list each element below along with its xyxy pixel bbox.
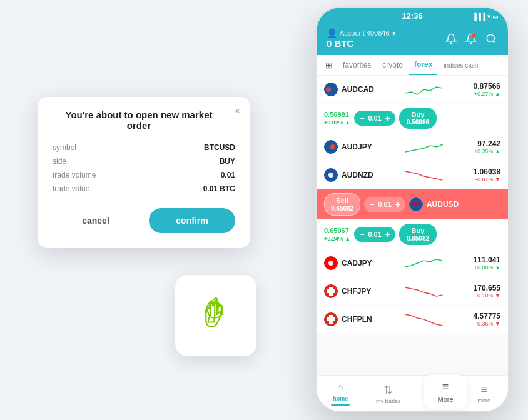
- sparkline-audcad: [378, 81, 470, 98]
- trade-row-audusd-buy: 0.65067+0.24% ▲ − 0.01 + Buy0.65082: [317, 220, 508, 249]
- nav-my-trades[interactable]: ⇅ my trades: [365, 379, 413, 408]
- sparkline-chfpln: [378, 311, 470, 328]
- symbol-value: BTCUSD: [204, 143, 235, 152]
- tab-indices[interactable]: indices cash: [439, 57, 483, 74]
- market-order-modal: × You're about to open new market order …: [38, 97, 250, 248]
- market-list: AUDCAD 0.87566 +0.27% ▲ 0.56981+0.92% ▲ …: [317, 76, 508, 379]
- header-left: 👤 Account 400846 ▾ 0 BTC: [327, 28, 396, 49]
- more-nav-icon: ≡: [480, 383, 487, 396]
- alert-icon[interactable]: [444, 32, 458, 46]
- price-audjpy: 97.242 +0.35% ▲: [474, 139, 500, 154]
- tab-forex[interactable]: forex: [409, 55, 437, 75]
- home-icon: ⌂: [337, 381, 344, 394]
- chevron-icon: ▾: [392, 29, 396, 38]
- volume-value: 0.01: [221, 171, 235, 179]
- wifi-icon: ▾: [487, 12, 490, 19]
- modal-row-symbol: symbol BTCUSD: [53, 143, 235, 152]
- nav-trades-label: my trades: [376, 398, 401, 404]
- price-audcad: 0.87566 +0.27% ▲: [474, 82, 500, 97]
- price-chfjpy: 170.655 -0.10% ▼: [474, 284, 500, 299]
- search-icon[interactable]: [484, 32, 498, 46]
- nav-more-label: more: [477, 398, 490, 404]
- price-audnzd: 1.06038 -0.07% ▼: [474, 168, 500, 182]
- signal-icon: ▐▐▐: [472, 12, 485, 19]
- flag-audusd: [409, 198, 423, 211]
- price-chfpln: 4.57775 -0.36% ▼: [474, 312, 500, 327]
- buy-button-audcad[interactable]: Buy0.56996: [399, 108, 437, 129]
- market-row-chfpln[interactable]: CHFPLN 4.57775 -0.36% ▼: [317, 306, 508, 333]
- flag-chfpln: [324, 312, 338, 326]
- more-label: More: [437, 396, 453, 403]
- pair-audcad: AUDCAD: [342, 85, 374, 94]
- qty-control-1[interactable]: − 0.01 +: [354, 111, 395, 126]
- minus-icon-1[interactable]: −: [359, 113, 364, 123]
- modal-close-button[interactable]: ×: [235, 106, 240, 117]
- symbol-label: symbol: [53, 143, 76, 152]
- tab-crypto[interactable]: crypto: [377, 56, 408, 74]
- nav-active-indicator: [331, 404, 350, 406]
- qty-control-2[interactable]: − 0.01 +: [354, 227, 395, 242]
- price-cadjpy: 111.041 +0.08% ▲: [474, 256, 500, 271]
- qty-value-1: 0.01: [368, 114, 381, 122]
- pair-audusd: AUDUSD: [427, 200, 459, 209]
- svg-rect-17: [327, 318, 335, 321]
- account-row[interactable]: 👤 Account 400846 ▾: [327, 28, 396, 38]
- sparkline-chfjpy: [378, 282, 470, 300]
- svg-point-3: [326, 87, 331, 92]
- market-row-chfjpy[interactable]: CHFJPY 170.655 -0.10% ▼: [317, 278, 508, 305]
- status-bar: 12:36 ▐▐▐ ▾ ▭: [317, 8, 508, 24]
- trades-icon: ⇅: [383, 383, 393, 397]
- svg-rect-14: [327, 289, 335, 293]
- market-row-audnzd[interactable]: AUDNZD 1.06038 -0.07% ▼: [317, 161, 508, 189]
- header-icons: [444, 32, 498, 46]
- nav-home[interactable]: ⌂ home: [317, 378, 365, 409]
- minus-icon-audusd[interactable]: −: [369, 199, 374, 209]
- buy-button-audusd[interactable]: Buy0.65082: [399, 224, 437, 245]
- market-row-cadjpy[interactable]: CADJPY 111.041 +0.08% ▲: [317, 249, 508, 277]
- notification-icon[interactable]: [464, 32, 478, 46]
- flag-audnzd: [324, 168, 338, 182]
- trade-row-audcad: 0.56981+0.92% ▲ − 0.01 + Buy0.56996: [317, 104, 508, 132]
- pair-chfpln: CHFPLN: [342, 315, 374, 324]
- plus-icon-audusd[interactable]: +: [395, 199, 400, 209]
- account-icon: 👤: [327, 28, 337, 38]
- confirm-button[interactable]: confirm: [149, 208, 235, 233]
- cancel-button[interactable]: cancel: [53, 208, 139, 233]
- modal-title: You're about to open new market order: [53, 109, 235, 131]
- tab-favorites[interactable]: favorites: [338, 56, 376, 74]
- hand-cursor-card: [175, 275, 256, 356]
- svg-point-1: [487, 34, 494, 42]
- flag-audcad: [324, 82, 338, 96]
- plus-icon-2[interactable]: +: [385, 229, 390, 239]
- btc-balance: 0 BTC: [327, 38, 396, 49]
- modal-row-trade-value: trade value 0.01 BTC: [53, 184, 235, 193]
- svg-point-5: [330, 144, 335, 149]
- sell-button-audusd[interactable]: Sell0.65082: [324, 193, 360, 216]
- qty-control-audusd[interactable]: − 0.01 +: [364, 197, 405, 212]
- trade-value-value: 0.01 BTC: [203, 184, 235, 193]
- qty-value-audusd: 0.01: [378, 201, 391, 208]
- pair-audnzd: AUDNZD: [342, 171, 374, 179]
- grid-icon[interactable]: ⊞: [322, 55, 337, 75]
- trade-row-audusd-sell: Sell0.65082 − 0.01 + AUDUSD: [317, 189, 508, 219]
- nav-home-label: home: [333, 396, 348, 402]
- svg-point-7: [328, 172, 333, 178]
- modal-row-side: side BUY: [53, 157, 235, 166]
- volume-label: trade volume: [53, 171, 96, 179]
- flag-audjpy: [324, 140, 338, 154]
- plus-icon-1[interactable]: +: [385, 113, 390, 123]
- sparkline-audjpy: [378, 138, 470, 156]
- minus-icon-2[interactable]: −: [359, 229, 364, 239]
- more-icon: ≡: [442, 381, 449, 394]
- sparkline-cadjpy: [378, 254, 470, 272]
- qty-value-2: 0.01: [368, 231, 381, 238]
- svg-point-0: [472, 34, 476, 38]
- market-row-audjpy[interactable]: AUDJPY 97.242 +0.35% ▲: [317, 133, 508, 161]
- side-value: BUY: [220, 157, 235, 166]
- market-row-audcad[interactable]: AUDCAD 0.87566 +0.27% ▲: [317, 76, 508, 103]
- battery-icon: ▭: [492, 12, 498, 19]
- more-button-card[interactable]: ≡ More: [424, 375, 467, 409]
- pair-audjpy: AUDJPY: [342, 142, 374, 151]
- hand-icon: [194, 294, 238, 338]
- svg-point-11: [328, 261, 333, 266]
